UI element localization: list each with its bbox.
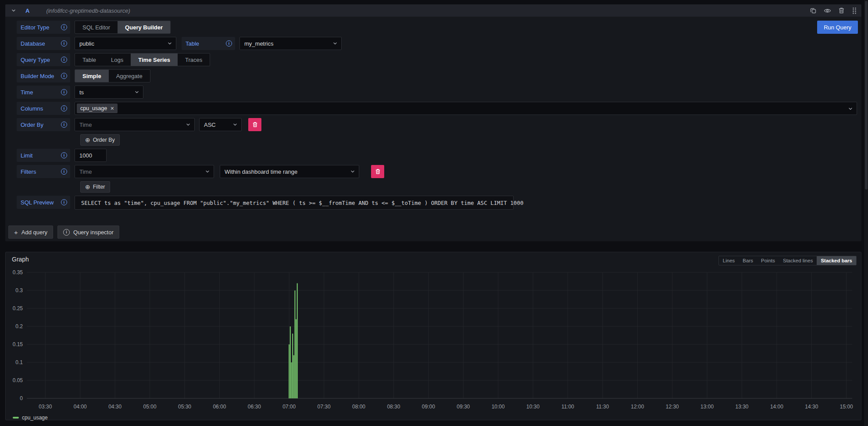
query-editor-card: A (info8fcc-greptimedb-datasource) Run Q…: [5, 4, 861, 241]
filters-label-text: Filters: [21, 168, 36, 175]
info-icon[interactable]: i: [61, 73, 67, 79]
info-icon[interactable]: i: [61, 152, 67, 158]
svg-text:03:30: 03:30: [39, 404, 52, 410]
filter-column-placeholder: Time: [79, 168, 202, 175]
filter-condition-select[interactable]: Within dashboard time range: [220, 165, 359, 178]
svg-text:0: 0: [20, 395, 23, 401]
builder-mode-segmented: Simple Aggregate: [75, 69, 150, 82]
info-icon[interactable]: i: [61, 24, 67, 30]
svg-text:04:00: 04:00: [74, 404, 87, 410]
svg-text:04:30: 04:30: [108, 404, 121, 410]
editor-type-row: Editor Type i SQL Editor Query Builder: [17, 21, 857, 34]
database-row: Database i public Table i my_metrics: [17, 37, 857, 50]
mode-bars[interactable]: Bars: [739, 256, 757, 265]
info-icon[interactable]: i: [226, 40, 232, 47]
svg-text:0.1: 0.1: [15, 359, 23, 365]
columns-row: Columns i cpu_usage ✕: [17, 102, 857, 115]
svg-text:0.35: 0.35: [13, 269, 23, 276]
mode-stacked-bars[interactable]: Stacked bars: [817, 256, 856, 265]
add-order-by-label: Order By: [93, 137, 115, 143]
svg-text:08:00: 08:00: [352, 404, 365, 410]
editor-type-label-text: Editor Type: [21, 24, 50, 31]
draw-mode-toggle-group: Lines Bars Points Stacked lines Stacked …: [718, 256, 857, 265]
builder-mode-option-simple[interactable]: Simple: [75, 70, 109, 82]
trash-icon[interactable]: [838, 7, 845, 14]
sql-preview-label: SQL Preview i: [17, 196, 70, 209]
query-inspector-button[interactable]: i Query inspector: [57, 226, 119, 239]
query-row-header[interactable]: A (info8fcc-greptimedb-datasource): [5, 4, 861, 17]
filter-condition-value: Within dashboard time range: [225, 168, 347, 175]
order-by-direction-value: ASC: [204, 122, 230, 128]
editor-type-option-query-builder[interactable]: Query Builder: [118, 21, 170, 33]
add-query-label: Add query: [21, 229, 47, 236]
info-icon[interactable]: i: [61, 89, 67, 95]
add-order-by-button[interactable]: ⊕ Order By: [80, 134, 120, 146]
page: A (info8fcc-greptimedb-datasource) Run Q…: [0, 0, 868, 426]
svg-text:0.2: 0.2: [15, 323, 23, 329]
run-query-button[interactable]: Run Query: [817, 21, 858, 34]
query-type-option-logs[interactable]: Logs: [104, 54, 131, 66]
info-icon[interactable]: i: [61, 199, 67, 205]
limit-label-text: Limit: [21, 152, 32, 159]
mode-lines[interactable]: Lines: [719, 256, 739, 265]
order-by-direction-select[interactable]: ASC: [199, 118, 242, 131]
query-type-row: Query Type i Table Logs Time Series Trac…: [17, 53, 857, 66]
remove-order-by-button[interactable]: [248, 118, 261, 131]
svg-text:12:30: 12:30: [666, 404, 679, 410]
filter-column-select[interactable]: Time: [75, 165, 214, 178]
column-tag-label: cpu_usage: [80, 105, 107, 111]
table-label-text: Table: [186, 40, 199, 47]
time-column-value: ts: [79, 89, 132, 96]
add-filter-label: Filter: [93, 184, 105, 190]
query-type-option-time-series[interactable]: Time Series: [131, 54, 178, 66]
legend-item-cpu-usage[interactable]: cpu_usage: [9, 413, 48, 421]
database-label-text: Database: [21, 40, 45, 47]
remove-tag-icon[interactable]: ✕: [110, 106, 114, 111]
page-scrollbar[interactable]: [864, 0, 868, 426]
info-icon[interactable]: i: [61, 122, 67, 128]
info-icon[interactable]: i: [61, 168, 67, 175]
graph-canvas[interactable]: 00.050.10.150.20.250.30.3503:3004:0004:3…: [9, 267, 857, 413]
info-icon[interactable]: i: [61, 40, 67, 47]
order-by-label: Order By i: [17, 118, 70, 131]
info-icon[interactable]: i: [61, 57, 67, 63]
svg-text:05:00: 05:00: [143, 404, 157, 410]
query-type-label-text: Query Type: [21, 57, 50, 63]
query-type-option-table[interactable]: Table: [75, 54, 104, 66]
time-column-select[interactable]: ts: [75, 86, 143, 99]
time-row: Time i ts: [17, 86, 857, 99]
eye-icon[interactable]: [824, 7, 831, 14]
chevron-down-icon: [232, 122, 238, 127]
query-builder-rows: Editor Type i SQL Editor Query Builder D…: [5, 17, 861, 210]
legend-label: cpu_usage: [22, 415, 48, 421]
database-select[interactable]: public: [75, 37, 176, 50]
mode-points[interactable]: Points: [757, 256, 779, 265]
columns-multiselect[interactable]: cpu_usage ✕: [75, 102, 857, 115]
add-query-button[interactable]: + Add query: [8, 226, 53, 239]
plus-circle-icon: ⊕: [85, 137, 90, 143]
query-type-option-traces[interactable]: Traces: [178, 54, 210, 66]
query-footer: + Add query i Query inspector: [5, 210, 861, 239]
info-icon[interactable]: i: [61, 105, 67, 111]
order-by-column-select[interactable]: Time: [75, 118, 195, 131]
builder-mode-option-aggregate[interactable]: Aggregate: [109, 70, 150, 82]
remove-filter-button[interactable]: [371, 165, 384, 178]
duplicate-icon[interactable]: [810, 7, 817, 14]
info-circle-icon: i: [63, 229, 70, 236]
limit-input[interactable]: [75, 149, 107, 162]
svg-text:0.3: 0.3: [15, 287, 23, 294]
collapse-chevron-icon[interactable]: [11, 7, 17, 14]
order-by-label-text: Order By: [21, 122, 43, 128]
drag-handle-icon[interactable]: [852, 7, 857, 14]
table-select[interactable]: my_metrics: [239, 37, 342, 50]
chevron-down-icon: [167, 41, 172, 46]
query-type-segmented: Table Logs Time Series Traces: [75, 53, 210, 66]
chevron-down-icon: [134, 89, 139, 95]
filters-row: Filters i Time Within dashboard time ran…: [17, 165, 857, 178]
scrollbar-thumb[interactable]: [865, 1, 868, 190]
svg-text:11:00: 11:00: [561, 404, 574, 410]
add-filter-button[interactable]: ⊕ Filter: [80, 181, 110, 193]
database-value: public: [79, 40, 164, 47]
mode-stacked-lines[interactable]: Stacked lines: [779, 256, 817, 265]
editor-type-option-sql-editor[interactable]: SQL Editor: [75, 21, 118, 33]
